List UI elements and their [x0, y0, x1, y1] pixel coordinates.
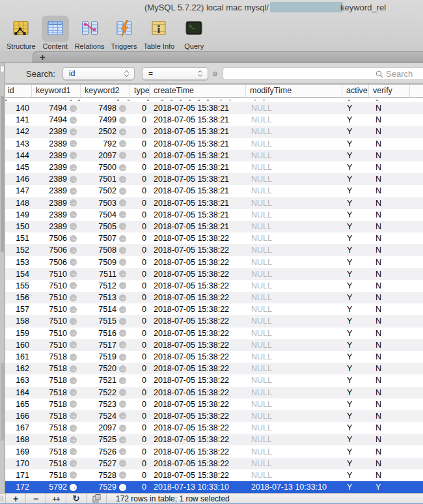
- cell-type[interactable]: 0: [130, 245, 150, 255]
- cell-modifyTime[interactable]: NULL: [246, 471, 342, 480]
- cell-active[interactable]: Y: [342, 163, 369, 172]
- jump-to-record-arrow-icon[interactable]: →: [70, 341, 77, 348]
- table-row[interactable]: 1462389→7501→02018-07-05 15:38:21NULLYN: [5, 173, 423, 185]
- cell-type[interactable]: 0: [130, 127, 150, 136]
- cell-verify[interactable]: N: [369, 447, 410, 456]
- column-header-verify[interactable]: verify: [369, 85, 410, 97]
- cell-keyword1[interactable]: 7510→: [32, 316, 81, 326]
- cell-createTime[interactable]: 2018-07-05 15:38:21: [150, 139, 246, 148]
- column-header-keyword1[interactable]: keyword1: [32, 85, 81, 97]
- cell-type[interactable]: 0: [130, 423, 150, 432]
- cell-verify[interactable]: N: [369, 163, 410, 172]
- add-tab-button[interactable]: +: [40, 53, 46, 62]
- cell-createTime[interactable]: 2018-07-05 15:38:22: [150, 447, 246, 456]
- cell-keyword2[interactable]: 7520→: [81, 364, 130, 373]
- cell-modifyTime[interactable]: NULL: [246, 316, 342, 326]
- cell-id[interactable]: 165: [5, 400, 32, 409]
- cell-createTime[interactable]: 2018-07-05 15:38:21: [150, 151, 246, 160]
- cell-id[interactable]: 143: [5, 139, 32, 148]
- cell-keyword2[interactable]: 7529→: [81, 483, 130, 492]
- table-row[interactable]: 1547510→7511→02018-07-05 15:38:22NULLYN: [5, 268, 423, 280]
- cell-id[interactable]: 152: [5, 245, 32, 255]
- cell-keyword1[interactable]: 7518→: [32, 388, 81, 397]
- cell-verify[interactable]: N: [369, 186, 410, 195]
- cell-keyword1[interactable]: 7510→: [32, 281, 81, 290]
- cell-type[interactable]: 0: [130, 459, 150, 468]
- cell-type[interactable]: 0: [130, 376, 150, 385]
- pane-resize-grip-icon[interactable]: [0, 494, 6, 503]
- cell-createTime[interactable]: 2018-07-05 15:38:22: [150, 376, 246, 385]
- cell-createTime[interactable]: 2018-07-05 15:38:21: [150, 163, 246, 172]
- cell-id[interactable]: 163: [5, 376, 32, 385]
- cell-verify[interactable]: N: [369, 281, 410, 290]
- cell-createTime[interactable]: 2018-07-05 15:38:22: [150, 234, 246, 243]
- cell-createTime[interactable]: 2018-07-05 15:38:22: [150, 258, 246, 267]
- cell-id[interactable]: 145: [5, 163, 32, 172]
- cell-type[interactable]: 0: [130, 483, 150, 492]
- cell-createTime[interactable]: 2018-07-05 15:38:22: [150, 471, 246, 480]
- cell-createTime[interactable]: 2018-07-05 15:38:21: [150, 104, 246, 113]
- cell-type[interactable]: 0: [130, 316, 150, 326]
- jump-to-record-arrow-icon[interactable]: →: [119, 436, 126, 443]
- cell-keyword2[interactable]: 7508→: [81, 245, 130, 255]
- cell-id[interactable]: 154: [5, 270, 32, 279]
- cell-id[interactable]: 141: [5, 115, 32, 124]
- cell-type[interactable]: 0: [130, 447, 150, 456]
- cell-modifyTime[interactable]: NULL: [246, 412, 342, 421]
- jump-to-record-arrow-icon[interactable]: →: [119, 152, 126, 159]
- active-tab[interactable]: +: [33, 51, 423, 63]
- cell-createTime[interactable]: 2018-07-05 15:38:22: [150, 270, 246, 279]
- table-row[interactable]: 1717518→7528→02018-07-05 15:38:22NULLYN: [5, 469, 423, 481]
- cell-modifyTime[interactable]: NULL: [246, 447, 342, 456]
- cell-verify[interactable]: N: [369, 222, 410, 231]
- cell-active[interactable]: Y: [342, 175, 369, 184]
- cell-active[interactable]: Y: [342, 258, 369, 267]
- cell-createTime[interactable]: 2018-07-05 15:38:22: [150, 364, 246, 373]
- cell-keyword2[interactable]: 2502→: [81, 127, 130, 136]
- cell-createTime[interactable]: 2018-07-05 15:38:22: [150, 400, 246, 409]
- edit-record-button[interactable]: [87, 494, 107, 503]
- cell-createTime[interactable]: 2018-07-05 15:38:21: [150, 186, 246, 195]
- jump-to-record-arrow-icon[interactable]: →: [70, 211, 77, 218]
- cell-type[interactable]: 0: [130, 281, 150, 290]
- cell-keyword2[interactable]: 7521→: [81, 376, 130, 385]
- cell-createTime[interactable]: 2018-07-05 15:38:22: [150, 305, 246, 314]
- cell-modifyTime[interactable]: NULL: [246, 210, 342, 219]
- cell-modifyTime[interactable]: NULL: [246, 281, 342, 290]
- cell-verify[interactable]: N: [369, 316, 410, 326]
- cell-modifyTime[interactable]: NULL: [246, 459, 342, 468]
- cell-active[interactable]: Y: [342, 364, 369, 373]
- jump-to-record-arrow-icon[interactable]: →: [119, 412, 126, 419]
- cell-active[interactable]: Y: [342, 447, 369, 456]
- cell-createTime[interactable]: 2018-07-05 15:38:22: [150, 423, 246, 432]
- table-row[interactable]: 1627518→7520→02018-07-05 15:38:22NULLYN: [5, 363, 423, 374]
- jump-to-record-arrow-icon[interactable]: →: [70, 329, 77, 337]
- cell-modifyTime[interactable]: NULL: [246, 329, 342, 338]
- table-row[interactable]: 1667518→7524→02018-07-05 15:38:22NULLYN: [5, 410, 423, 422]
- cell-keyword2[interactable]: 7501→: [81, 175, 130, 184]
- cell-verify[interactable]: N: [369, 305, 410, 314]
- cell-verify[interactable]: N: [369, 175, 410, 184]
- cell-active[interactable]: Y: [342, 435, 369, 444]
- table-row[interactable]: 1637518→7521→02018-07-05 15:38:22NULLYN: [5, 374, 423, 386]
- jump-to-record-arrow-icon[interactable]: →: [70, 282, 77, 289]
- cell-keyword1[interactable]: 7494→: [32, 104, 81, 113]
- cell-id[interactable]: 150: [5, 222, 32, 231]
- jump-to-record-arrow-icon[interactable]: →: [119, 211, 126, 218]
- cell-type[interactable]: 0: [130, 199, 150, 208]
- cell-keyword1[interactable]: 5792→: [32, 483, 81, 492]
- cell-verify[interactable]: N: [369, 151, 410, 160]
- cell-verify[interactable]: N: [369, 293, 410, 302]
- cell-modifyTime[interactable]: NULL: [246, 341, 342, 350]
- cell-modifyTime[interactable]: NULL: [246, 234, 342, 243]
- cell-type[interactable]: 0: [130, 258, 150, 267]
- jump-to-record-arrow-icon[interactable]: →: [70, 377, 77, 384]
- jump-to-record-arrow-icon[interactable]: →: [70, 400, 77, 408]
- cell-type[interactable]: 0: [130, 435, 150, 444]
- jump-to-record-arrow-icon[interactable]: →: [119, 128, 126, 135]
- left-pane-scrollbar[interactable]: [0, 63, 5, 493]
- cell-keyword2[interactable]: 7525→: [81, 435, 130, 444]
- cell-modifyTime[interactable]: NULL: [246, 115, 342, 124]
- cell-createTime[interactable]: 2018-07-05 15:38:22: [150, 329, 246, 338]
- cell-keyword2[interactable]: 792→: [81, 139, 130, 148]
